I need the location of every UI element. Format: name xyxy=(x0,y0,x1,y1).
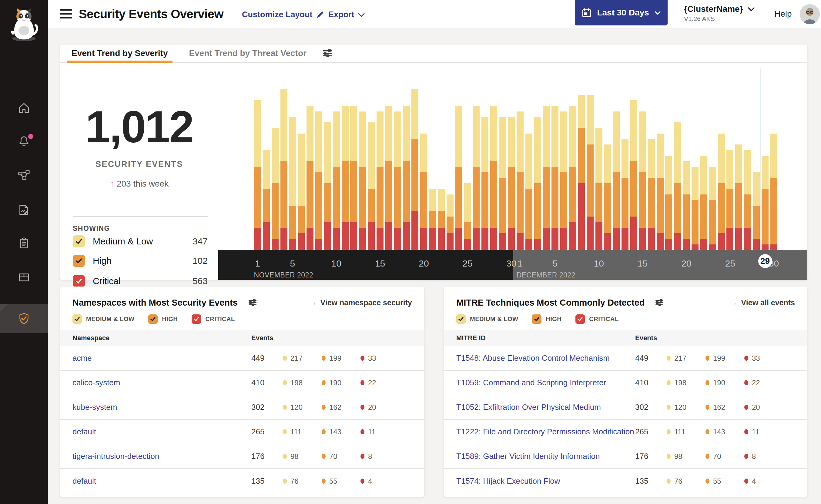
row-link[interactable]: calico-system xyxy=(72,378,120,387)
row-link[interactable]: T1589: Gather Victim Identity Informatio… xyxy=(456,452,600,461)
chart-bar-nov-28[interactable] xyxy=(490,106,497,250)
export-button[interactable]: Export xyxy=(328,10,365,19)
filter-chip-medium-low[interactable]: MEDIUM & LOW xyxy=(72,314,134,324)
chart-bar-nov-13[interactable] xyxy=(359,111,366,250)
help-link[interactable]: Help xyxy=(774,9,792,19)
checkbox-checked[interactable] xyxy=(72,314,82,324)
chart-settings-sliders-icon[interactable] xyxy=(322,48,333,59)
severity-filter-high[interactable]: High102 xyxy=(73,254,208,267)
chart-bar-dec-4[interactable] xyxy=(543,106,550,250)
chart-bar-nov-25[interactable] xyxy=(464,183,471,250)
chart-bar-nov-30[interactable] xyxy=(508,117,515,250)
date-range-button[interactable]: Last 30 Days xyxy=(575,0,668,25)
chart-bar-nov-14[interactable] xyxy=(368,122,375,250)
calico-cat-logo[interactable] xyxy=(6,7,42,43)
row-link[interactable]: T1222: File and Directory Permissions Mo… xyxy=(456,427,634,436)
chart-bar-dec-20[interactable] xyxy=(683,161,690,250)
chart-bar-nov-7[interactable] xyxy=(307,106,314,250)
filter-chip-high[interactable]: HIGH xyxy=(148,314,178,324)
chart-bar-nov-17[interactable] xyxy=(394,111,401,250)
chart-bar-nov-3[interactable] xyxy=(272,128,279,250)
chart-bar-dec-24[interactable] xyxy=(718,134,725,250)
mitre-settings-sliders-icon[interactable] xyxy=(654,297,665,308)
chart-bar-dec-11[interactable] xyxy=(604,144,611,250)
chart-bar-nov-27[interactable] xyxy=(481,117,488,250)
filter-chip-critical[interactable]: CRITICAL xyxy=(191,314,235,324)
row-link[interactable]: T1059: Command and Scripting Interpreter xyxy=(456,378,606,387)
filter-chip-critical[interactable]: CRITICAL xyxy=(575,314,619,324)
checkbox-checked[interactable] xyxy=(191,314,201,324)
chart-bar-dec-23[interactable] xyxy=(709,167,716,250)
chart-bar-dec-26[interactable] xyxy=(735,144,742,250)
chart-bar-dec-27[interactable] xyxy=(744,150,751,250)
severity-filter-medium-low[interactable]: Medium & Low347 xyxy=(73,235,208,248)
chart-bar-nov-1[interactable] xyxy=(254,100,261,250)
customize-layout-button[interactable]: Customize Layout xyxy=(242,10,325,19)
checkbox-checked[interactable] xyxy=(575,314,585,324)
filter-chip-medium-low[interactable]: MEDIUM & LOW xyxy=(456,314,518,324)
sidebar-item-compliance-clipboard[interactable] xyxy=(0,229,48,258)
row-link[interactable]: default xyxy=(72,427,96,436)
view-all-events-link[interactable]: → View all events xyxy=(730,298,795,307)
chart-bar-dec-3[interactable] xyxy=(534,117,541,250)
sidebar-item-security-events-shield[interactable] xyxy=(0,304,48,333)
chart-bar-dec-17[interactable] xyxy=(657,134,664,250)
checkbox-checked[interactable] xyxy=(532,314,541,324)
chart-bar-nov-19[interactable] xyxy=(411,89,418,250)
view-namespace-security-link[interactable]: → View namespace security xyxy=(309,298,412,307)
chart-bar-nov-12[interactable] xyxy=(350,106,357,250)
severity-trend-chart[interactable]: 151015202530NOVEMBER 2022151015202530DEC… xyxy=(218,63,807,280)
chart-bar-dec-29[interactable] xyxy=(762,156,769,250)
chart-bar-dec-8[interactable] xyxy=(578,95,585,250)
row-link[interactable]: T1574: Hijack Execution Flow xyxy=(456,476,560,486)
chart-bar-dec-16[interactable] xyxy=(648,139,655,250)
chart-bar-nov-2[interactable] xyxy=(263,150,270,250)
checkbox-checked[interactable] xyxy=(148,314,158,324)
checkbox-checked[interactable] xyxy=(73,255,85,267)
chart-bar-nov-15[interactable] xyxy=(377,111,384,250)
row-link[interactable]: default xyxy=(72,476,96,486)
checkbox-checked[interactable] xyxy=(73,235,85,247)
chart-bar-dec-6[interactable] xyxy=(560,111,567,250)
tab-event-trend-by-severity[interactable]: Event Trend by Severity xyxy=(70,45,169,62)
chart-bar-nov-18[interactable] xyxy=(403,106,410,250)
chart-bar-dec-14[interactable] xyxy=(630,100,637,250)
chart-bar-nov-10[interactable] xyxy=(333,111,340,250)
sidebar-item-workloads-box[interactable] xyxy=(0,262,48,291)
chart-bar-dec-15[interactable] xyxy=(639,111,646,250)
chart-bar-dec-19[interactable] xyxy=(674,122,681,250)
chart-bar-dec-10[interactable] xyxy=(595,128,602,250)
chart-bar-nov-23[interactable] xyxy=(447,194,454,250)
chart-bar-nov-9[interactable] xyxy=(324,122,331,250)
cluster-selector[interactable]: {ClusterName} V1.26 AKS xyxy=(684,4,755,22)
chart-bar-nov-29[interactable] xyxy=(499,117,506,250)
sidebar-item-alerts-bell[interactable] xyxy=(0,127,48,156)
row-link[interactable]: T1052: Exfiltration Over Physical Medium xyxy=(456,403,601,412)
chart-bar-dec-25[interactable] xyxy=(726,150,733,250)
chart-bar-dec-7[interactable] xyxy=(569,106,576,250)
chart-bar-nov-6[interactable] xyxy=(298,134,305,250)
chart-bar-nov-26[interactable] xyxy=(473,106,480,250)
filter-chip-high[interactable]: HIGH xyxy=(532,314,561,324)
chart-bar-dec-21[interactable] xyxy=(692,167,699,250)
chart-bar-nov-8[interactable] xyxy=(315,111,322,250)
chart-bar-nov-20[interactable] xyxy=(420,134,427,250)
severity-filter-critical[interactable]: Critical563 xyxy=(73,274,208,288)
user-avatar[interactable] xyxy=(800,4,820,24)
sidebar-item-policies-edit[interactable] xyxy=(0,195,48,224)
chart-bar-nov-24[interactable] xyxy=(455,106,462,250)
chart-bar-dec-2[interactable] xyxy=(525,134,532,250)
chart-bar-nov-22[interactable] xyxy=(438,189,445,250)
row-link[interactable]: kube-system xyxy=(72,403,117,412)
tab-event-trend-by-threat-vector[interactable]: Event Trend by Threat Vector xyxy=(188,45,308,62)
chart-bar-nov-16[interactable] xyxy=(385,106,392,250)
chart-bar-dec-28[interactable] xyxy=(753,172,760,250)
chart-bar-dec-12[interactable] xyxy=(613,111,620,250)
row-link[interactable]: acme xyxy=(72,353,92,363)
sidebar-item-service-graph[interactable] xyxy=(0,161,48,190)
chart-bar-dec-13[interactable] xyxy=(622,139,629,250)
chart-bar-nov-4[interactable] xyxy=(281,89,288,250)
chart-bar-nov-21[interactable] xyxy=(429,189,436,250)
namespaces-settings-sliders-icon[interactable] xyxy=(248,297,258,308)
sidebar-item-home[interactable] xyxy=(0,93,48,122)
